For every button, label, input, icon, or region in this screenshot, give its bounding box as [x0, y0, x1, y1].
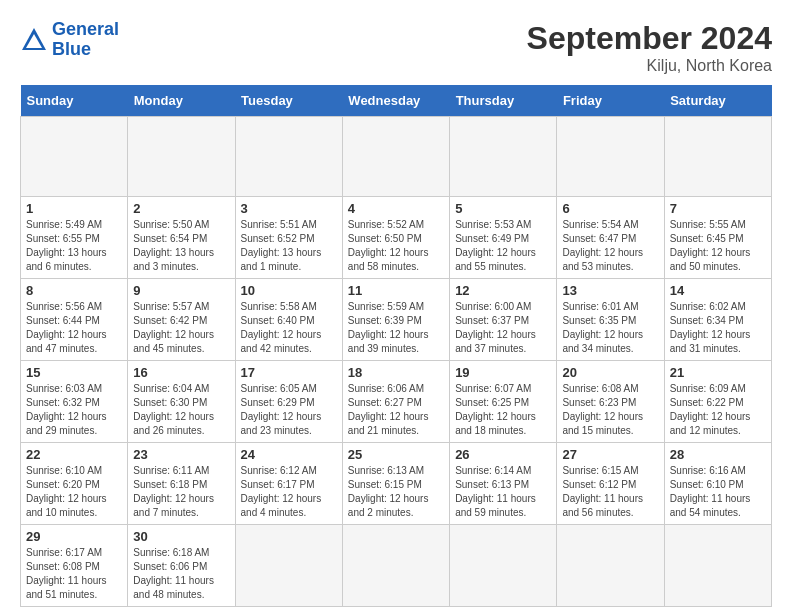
calendar-day-cell: 9Sunrise: 5:57 AMSunset: 6:42 PMDaylight… — [128, 279, 235, 361]
day-number: 6 — [562, 201, 658, 216]
calendar-day-cell: 10Sunrise: 5:58 AMSunset: 6:40 PMDayligh… — [235, 279, 342, 361]
day-number: 18 — [348, 365, 444, 380]
calendar-day-cell — [21, 117, 128, 197]
calendar-table: SundayMondayTuesdayWednesdayThursdayFrid… — [20, 85, 772, 607]
calendar-day-cell: 8Sunrise: 5:56 AMSunset: 6:44 PMDaylight… — [21, 279, 128, 361]
day-info: Sunrise: 5:59 AMSunset: 6:39 PMDaylight:… — [348, 300, 444, 356]
day-number: 10 — [241, 283, 337, 298]
weekday-header-cell: Thursday — [450, 85, 557, 117]
day-number: 3 — [241, 201, 337, 216]
weekday-header-cell: Wednesday — [342, 85, 449, 117]
day-info: Sunrise: 5:51 AMSunset: 6:52 PMDaylight:… — [241, 218, 337, 274]
calendar-day-cell: 4Sunrise: 5:52 AMSunset: 6:50 PMDaylight… — [342, 197, 449, 279]
day-info: Sunrise: 6:08 AMSunset: 6:23 PMDaylight:… — [562, 382, 658, 438]
day-number: 13 — [562, 283, 658, 298]
day-info: Sunrise: 6:06 AMSunset: 6:27 PMDaylight:… — [348, 382, 444, 438]
day-info: Sunrise: 6:10 AMSunset: 6:20 PMDaylight:… — [26, 464, 122, 520]
day-number: 8 — [26, 283, 122, 298]
calendar-day-cell: 29Sunrise: 6:17 AMSunset: 6:08 PMDayligh… — [21, 525, 128, 607]
day-number: 21 — [670, 365, 766, 380]
logo-text: General Blue — [52, 20, 119, 60]
day-number: 15 — [26, 365, 122, 380]
day-info: Sunrise: 6:04 AMSunset: 6:30 PMDaylight:… — [133, 382, 229, 438]
day-info: Sunrise: 5:58 AMSunset: 6:40 PMDaylight:… — [241, 300, 337, 356]
calendar-day-cell: 6Sunrise: 5:54 AMSunset: 6:47 PMDaylight… — [557, 197, 664, 279]
day-number: 17 — [241, 365, 337, 380]
calendar-day-cell: 21Sunrise: 6:09 AMSunset: 6:22 PMDayligh… — [664, 361, 771, 443]
day-number: 16 — [133, 365, 229, 380]
calendar-day-cell: 26Sunrise: 6:14 AMSunset: 6:13 PMDayligh… — [450, 443, 557, 525]
weekday-header-cell: Friday — [557, 85, 664, 117]
day-number: 23 — [133, 447, 229, 462]
calendar-day-cell: 5Sunrise: 5:53 AMSunset: 6:49 PMDaylight… — [450, 197, 557, 279]
calendar-body: 1Sunrise: 5:49 AMSunset: 6:55 PMDaylight… — [21, 117, 772, 607]
header: General Blue September 2024 Kilju, North… — [20, 20, 772, 75]
day-number: 7 — [670, 201, 766, 216]
day-number: 2 — [133, 201, 229, 216]
day-number: 12 — [455, 283, 551, 298]
weekday-header-cell: Monday — [128, 85, 235, 117]
calendar-day-cell: 25Sunrise: 6:13 AMSunset: 6:15 PMDayligh… — [342, 443, 449, 525]
day-info: Sunrise: 6:11 AMSunset: 6:18 PMDaylight:… — [133, 464, 229, 520]
calendar-day-cell: 18Sunrise: 6:06 AMSunset: 6:27 PMDayligh… — [342, 361, 449, 443]
calendar-day-cell — [235, 525, 342, 607]
day-info: Sunrise: 6:14 AMSunset: 6:13 PMDaylight:… — [455, 464, 551, 520]
calendar-day-cell — [342, 525, 449, 607]
calendar-week-row — [21, 117, 772, 197]
day-info: Sunrise: 6:12 AMSunset: 6:17 PMDaylight:… — [241, 464, 337, 520]
day-number: 22 — [26, 447, 122, 462]
calendar-day-cell — [342, 117, 449, 197]
day-info: Sunrise: 6:09 AMSunset: 6:22 PMDaylight:… — [670, 382, 766, 438]
calendar-day-cell: 15Sunrise: 6:03 AMSunset: 6:32 PMDayligh… — [21, 361, 128, 443]
day-number: 4 — [348, 201, 444, 216]
day-number: 30 — [133, 529, 229, 544]
calendar-day-cell: 28Sunrise: 6:16 AMSunset: 6:10 PMDayligh… — [664, 443, 771, 525]
calendar-day-cell: 14Sunrise: 6:02 AMSunset: 6:34 PMDayligh… — [664, 279, 771, 361]
day-number: 24 — [241, 447, 337, 462]
day-info: Sunrise: 5:56 AMSunset: 6:44 PMDaylight:… — [26, 300, 122, 356]
day-info: Sunrise: 6:18 AMSunset: 6:06 PMDaylight:… — [133, 546, 229, 602]
day-info: Sunrise: 5:57 AMSunset: 6:42 PMDaylight:… — [133, 300, 229, 356]
day-info: Sunrise: 6:00 AMSunset: 6:37 PMDaylight:… — [455, 300, 551, 356]
day-info: Sunrise: 6:05 AMSunset: 6:29 PMDaylight:… — [241, 382, 337, 438]
calendar-week-row: 29Sunrise: 6:17 AMSunset: 6:08 PMDayligh… — [21, 525, 772, 607]
day-info: Sunrise: 5:55 AMSunset: 6:45 PMDaylight:… — [670, 218, 766, 274]
day-info: Sunrise: 6:01 AMSunset: 6:35 PMDaylight:… — [562, 300, 658, 356]
calendar-week-row: 15Sunrise: 6:03 AMSunset: 6:32 PMDayligh… — [21, 361, 772, 443]
calendar-day-cell: 2Sunrise: 5:50 AMSunset: 6:54 PMDaylight… — [128, 197, 235, 279]
day-number: 19 — [455, 365, 551, 380]
day-number: 1 — [26, 201, 122, 216]
day-info: Sunrise: 6:13 AMSunset: 6:15 PMDaylight:… — [348, 464, 444, 520]
day-info: Sunrise: 5:54 AMSunset: 6:47 PMDaylight:… — [562, 218, 658, 274]
day-number: 11 — [348, 283, 444, 298]
day-number: 25 — [348, 447, 444, 462]
calendar-day-cell: 11Sunrise: 5:59 AMSunset: 6:39 PMDayligh… — [342, 279, 449, 361]
day-number: 26 — [455, 447, 551, 462]
calendar-day-cell: 24Sunrise: 6:12 AMSunset: 6:17 PMDayligh… — [235, 443, 342, 525]
day-number: 29 — [26, 529, 122, 544]
calendar-week-row: 8Sunrise: 5:56 AMSunset: 6:44 PMDaylight… — [21, 279, 772, 361]
weekday-header-row: SundayMondayTuesdayWednesdayThursdayFrid… — [21, 85, 772, 117]
calendar-day-cell — [557, 117, 664, 197]
calendar-day-cell: 17Sunrise: 6:05 AMSunset: 6:29 PMDayligh… — [235, 361, 342, 443]
day-info: Sunrise: 6:17 AMSunset: 6:08 PMDaylight:… — [26, 546, 122, 602]
day-number: 5 — [455, 201, 551, 216]
calendar-day-cell: 13Sunrise: 6:01 AMSunset: 6:35 PMDayligh… — [557, 279, 664, 361]
day-info: Sunrise: 5:53 AMSunset: 6:49 PMDaylight:… — [455, 218, 551, 274]
calendar-day-cell: 27Sunrise: 6:15 AMSunset: 6:12 PMDayligh… — [557, 443, 664, 525]
day-info: Sunrise: 5:52 AMSunset: 6:50 PMDaylight:… — [348, 218, 444, 274]
calendar-day-cell: 16Sunrise: 6:04 AMSunset: 6:30 PMDayligh… — [128, 361, 235, 443]
day-info: Sunrise: 6:15 AMSunset: 6:12 PMDaylight:… — [562, 464, 658, 520]
weekday-header-cell: Sunday — [21, 85, 128, 117]
day-number: 28 — [670, 447, 766, 462]
calendar-day-cell: 12Sunrise: 6:00 AMSunset: 6:37 PMDayligh… — [450, 279, 557, 361]
calendar-day-cell — [235, 117, 342, 197]
day-info: Sunrise: 5:49 AMSunset: 6:55 PMDaylight:… — [26, 218, 122, 274]
day-info: Sunrise: 6:02 AMSunset: 6:34 PMDaylight:… — [670, 300, 766, 356]
calendar-day-cell — [450, 117, 557, 197]
calendar-day-cell: 7Sunrise: 5:55 AMSunset: 6:45 PMDaylight… — [664, 197, 771, 279]
day-info: Sunrise: 6:07 AMSunset: 6:25 PMDaylight:… — [455, 382, 551, 438]
calendar-week-row: 1Sunrise: 5:49 AMSunset: 6:55 PMDaylight… — [21, 197, 772, 279]
calendar-day-cell — [450, 525, 557, 607]
month-title: September 2024 — [527, 20, 772, 57]
